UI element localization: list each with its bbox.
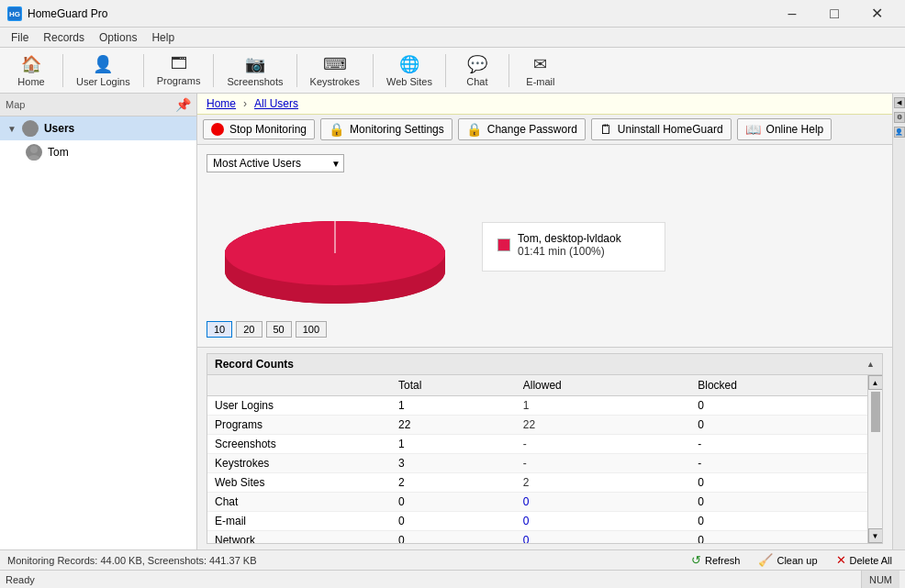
maximize-button[interactable]: □ xyxy=(813,0,855,28)
change-password-button[interactable]: 🔒 Change Password xyxy=(458,118,586,140)
page-btn-20[interactable]: 20 xyxy=(236,321,262,338)
toolbar-label-programs: Programs xyxy=(157,75,201,86)
chart-controls: Most Active Users All Users ▼ xyxy=(207,154,883,172)
page-btn-50[interactable]: 50 xyxy=(266,321,292,338)
row-total: 1 xyxy=(391,396,516,416)
uninstall-button[interactable]: 🗒 Uninstall HomeGuard xyxy=(591,118,732,140)
chart-legend: Tom, desktop-lvldaok 01:41 min (100%) xyxy=(482,222,665,272)
row-allowed: 0 xyxy=(516,493,691,512)
table-header-row: Total Allowed Blocked xyxy=(207,375,867,396)
row-total: 1 xyxy=(391,435,516,454)
delete-all-button[interactable]: ✕ Delete All xyxy=(831,552,898,568)
table-row[interactable]: Programs 22 22 0 xyxy=(207,416,867,435)
toolbar-label-user-logins: User Logins xyxy=(76,76,130,87)
breadcrumb-all-users[interactable]: All Users xyxy=(254,97,298,110)
toolbar-btn-keystrokes[interactable]: ⌨Keystrokes xyxy=(301,50,369,91)
scrollbar-down-btn[interactable]: ▼ xyxy=(868,528,883,543)
chart-container: Tom, desktop-lvldaok 01:41 min (100%) xyxy=(207,187,883,306)
toolbar-icon-web-sites: 🌐 xyxy=(399,54,419,74)
breadcrumb-home[interactable]: Home xyxy=(207,97,236,110)
legend-color-tom xyxy=(497,239,510,251)
toolbar-btn-user-logins[interactable]: 👤User Logins xyxy=(67,50,140,91)
row-total: 0 xyxy=(391,493,516,512)
toolbar-btn-programs[interactable]: 🗔Programs xyxy=(148,50,210,91)
num-label: NUM xyxy=(869,574,892,585)
row-total: 3 xyxy=(391,454,516,473)
menu-item-options[interactable]: Options xyxy=(92,29,144,46)
sidebar-item-tom[interactable]: Tom xyxy=(0,140,196,164)
svg-point-5 xyxy=(28,155,39,161)
close-button[interactable]: ✕ xyxy=(855,0,898,28)
toolbar-separator-4 xyxy=(373,54,374,87)
toolbar-separator-5 xyxy=(445,54,446,87)
table-wrapper: Total Allowed Blocked User Logins 1 1 0 … xyxy=(207,375,882,543)
row-blocked: - xyxy=(690,454,867,473)
chart-dropdown[interactable]: Most Active Users All Users xyxy=(207,154,344,172)
col-total: Total xyxy=(391,375,516,396)
minimize-button[interactable]: – xyxy=(771,0,813,28)
stop-monitoring-label: Stop Monitoring xyxy=(229,123,307,136)
page-btn-10[interactable]: 10 xyxy=(207,321,232,338)
row-label: Programs xyxy=(207,416,391,435)
sidebar-item-users[interactable]: ▼ Users xyxy=(0,116,196,140)
menu-item-records[interactable]: Records xyxy=(36,29,92,46)
table-row[interactable]: Chat 0 0 0 xyxy=(207,493,867,512)
monitoring-settings-button[interactable]: 🔒 Monitoring Settings xyxy=(320,118,452,140)
edge-btn-1[interactable]: ◀ xyxy=(894,97,905,108)
scroll-up-icon[interactable]: ▲ xyxy=(866,360,875,369)
edge-btn-3[interactable]: 👤 xyxy=(894,127,905,138)
table-row[interactable]: User Logins 1 1 0 xyxy=(207,396,867,416)
toolbar-separator-2 xyxy=(213,54,214,87)
num-indicator: NUM xyxy=(861,571,899,588)
toolbar-btn-home[interactable]: 🏠Home xyxy=(4,50,59,91)
row-blocked: - xyxy=(690,435,867,454)
row-allowed: 2 xyxy=(516,473,691,493)
scroll-arrows: ▲ xyxy=(866,360,875,369)
toolbar-btn-chat[interactable]: 💬Chat xyxy=(450,50,505,91)
delete-icon: ✕ xyxy=(836,553,846,567)
tom-user-icon xyxy=(26,144,42,161)
table-row[interactable]: Screenshots 1 - - xyxy=(207,435,867,454)
row-label: Chat xyxy=(207,493,391,512)
breadcrumb: Home › All Users xyxy=(197,94,892,115)
password-icon: 🔒 xyxy=(466,122,482,137)
record-table-body: User Logins 1 1 0 Programs 22 22 0 Scree… xyxy=(207,396,867,544)
cleanup-button[interactable]: 🧹 Clean up xyxy=(753,552,822,568)
row-total: 0 xyxy=(391,512,516,531)
edge-btn-2[interactable]: ⚙ xyxy=(894,112,905,123)
menu-item-file[interactable]: File xyxy=(4,29,36,46)
online-help-button[interactable]: 📖 Online Help xyxy=(737,118,832,140)
row-blocked: 0 xyxy=(690,512,867,531)
stop-monitoring-button[interactable]: Stop Monitoring xyxy=(203,119,315,139)
uninstall-label: Uninstall HomeGuard xyxy=(618,123,723,136)
chart-dropdown-wrapper: Most Active Users All Users ▼ xyxy=(207,154,344,172)
row-total: 0 xyxy=(391,531,516,544)
page-btn-100[interactable]: 100 xyxy=(296,321,327,338)
toolbar-label-screenshots: Screenshots xyxy=(227,76,283,87)
monitoring-settings-label: Monitoring Settings xyxy=(350,123,444,136)
breadcrumb-separator: › xyxy=(243,97,247,110)
toolbar-btn-web-sites[interactable]: 🌐Web Sites xyxy=(377,50,441,91)
scrollbar-up-btn[interactable]: ▲ xyxy=(868,375,883,390)
table-row[interactable]: E-mail 0 0 0 xyxy=(207,512,867,531)
app-title: HomeGuard Pro xyxy=(28,7,107,20)
toolbar-btn-screenshots[interactable]: 📷Screenshots xyxy=(218,50,292,91)
row-label: Web Sites xyxy=(207,473,391,493)
table-row[interactable]: Network 0 0 0 xyxy=(207,531,867,544)
titlebar-left: HG HomeGuard Pro xyxy=(7,6,107,21)
table-scrollbar: ▲ ▼ xyxy=(867,375,882,543)
row-label: Keystrokes xyxy=(207,454,391,473)
pie-chart xyxy=(207,187,464,306)
row-label: Screenshots xyxy=(207,435,391,454)
toolbar-btn-email[interactable]: ✉E-mail xyxy=(513,50,568,91)
sidebar-users-label: Users xyxy=(44,122,74,135)
monitoring-info: Monitoring Records: 44.00 KB, Screenshot… xyxy=(7,555,678,566)
sidebar-tom-label: Tom xyxy=(48,146,69,159)
refresh-button[interactable]: ↺ Refresh xyxy=(686,552,746,568)
record-counts-heading: Record Counts xyxy=(215,358,294,371)
table-row[interactable]: Web Sites 2 2 0 xyxy=(207,473,867,493)
scrollbar-thumb[interactable] xyxy=(871,392,880,432)
uninstall-icon: 🗒 xyxy=(599,122,612,137)
menu-item-help[interactable]: Help xyxy=(144,29,182,46)
table-row[interactable]: Keystrokes 3 - - xyxy=(207,454,867,473)
